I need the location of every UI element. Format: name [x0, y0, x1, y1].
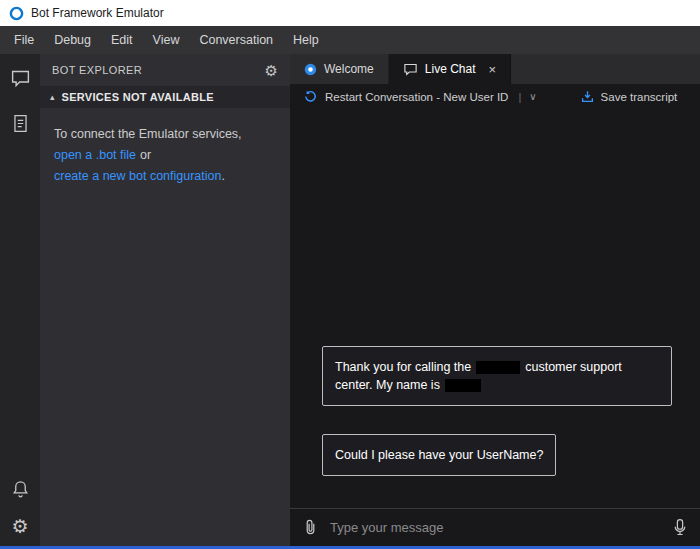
- tab-welcome-label: Welcome: [324, 62, 374, 76]
- main-panel: Welcome Live Chat × Restart Conversation…: [290, 54, 700, 546]
- menu-file[interactable]: File: [4, 26, 44, 54]
- attachment-paperclip-icon[interactable]: [303, 518, 318, 537]
- services-section-title: SERVICES NOT AVAILABLE: [62, 91, 214, 103]
- activity-bar: ⚙: [0, 54, 40, 546]
- settings-gear-icon[interactable]: ⚙: [11, 517, 28, 536]
- title-bar: Bot Framework Emulator: [0, 0, 700, 26]
- services-empty-state: To connect the Emulator services, open a…: [40, 108, 290, 203]
- bot-framework-emulator-window: Bot Framework Emulator File Debug Edit V…: [0, 0, 700, 549]
- editor-tabs: Welcome Live Chat ×: [290, 54, 700, 84]
- save-transcript-icon: [581, 90, 594, 103]
- menu-help[interactable]: Help: [283, 26, 329, 54]
- bot-explorer-header: BOT EXPLORER ⚙: [40, 54, 290, 86]
- window-title: Bot Framework Emulator: [31, 6, 164, 20]
- menu-view[interactable]: View: [143, 26, 190, 54]
- tab-live-chat-label: Live Chat: [425, 62, 476, 76]
- toolbar-separator: |: [518, 91, 521, 103]
- conversation-toolbar: Restart Conversation - New User ID | ∨ S…: [290, 84, 700, 109]
- tab-close-icon[interactable]: ×: [489, 62, 497, 77]
- notifications-bell-icon[interactable]: [11, 479, 30, 499]
- transcript-document-icon[interactable]: [11, 113, 30, 134]
- section-collapse-icon: ▴: [50, 92, 55, 102]
- menu-conversation[interactable]: Conversation: [189, 26, 283, 54]
- chat-transcript: Thank you for calling thecustomer suppor…: [290, 109, 700, 508]
- message-input[interactable]: [330, 520, 661, 535]
- period-text: .: [221, 169, 224, 183]
- tab-live-chat[interactable]: Live Chat ×: [389, 54, 511, 84]
- services-intro-text: To connect the Emulator services,: [54, 124, 276, 145]
- bot-explorer-sidebar: BOT EXPLORER ⚙ ▴ SERVICES NOT AVAILABLE …: [40, 54, 290, 546]
- restart-dropdown-chevron-icon[interactable]: ∨: [529, 91, 536, 102]
- bot-message: Could I please have your UserName?: [322, 434, 556, 476]
- redacted-text: [476, 361, 520, 374]
- services-section-header[interactable]: ▴ SERVICES NOT AVAILABLE: [40, 86, 290, 108]
- bot-explorer-title: BOT EXPLORER: [52, 64, 142, 76]
- message-list: Thank you for calling thecustomer suppor…: [322, 346, 680, 476]
- app-logo-icon: [9, 6, 24, 21]
- save-transcript-button[interactable]: Save transcript: [581, 90, 678, 103]
- tab-welcome[interactable]: Welcome: [290, 54, 389, 84]
- redacted-text: [445, 379, 481, 392]
- save-transcript-label: Save transcript: [601, 91, 678, 103]
- microphone-icon[interactable]: [673, 518, 687, 537]
- menu-edit[interactable]: Edit: [101, 26, 143, 54]
- chat-bubble-icon[interactable]: [10, 68, 31, 89]
- open-bot-file-link[interactable]: open a .bot file: [54, 148, 136, 162]
- menu-bar: File Debug Edit View Conversation Help: [0, 26, 700, 54]
- bot-logo-icon: [304, 63, 317, 76]
- message-text: Could I please have your UserName?: [335, 448, 543, 462]
- create-bot-configuration-link[interactable]: create a new bot configuration: [54, 169, 221, 183]
- speech-bubble-icon: [403, 62, 418, 77]
- bot-explorer-settings-icon[interactable]: ⚙: [265, 63, 278, 78]
- restart-icon: [304, 90, 317, 103]
- message-text: Thank you for calling the: [335, 360, 471, 374]
- message-composer: [290, 508, 700, 546]
- bot-message: Thank you for calling thecustomer suppor…: [322, 346, 672, 406]
- menu-debug[interactable]: Debug: [44, 26, 101, 54]
- restart-conversation-button[interactable]: Restart Conversation - New User ID: [325, 91, 508, 103]
- or-text: or: [140, 148, 151, 162]
